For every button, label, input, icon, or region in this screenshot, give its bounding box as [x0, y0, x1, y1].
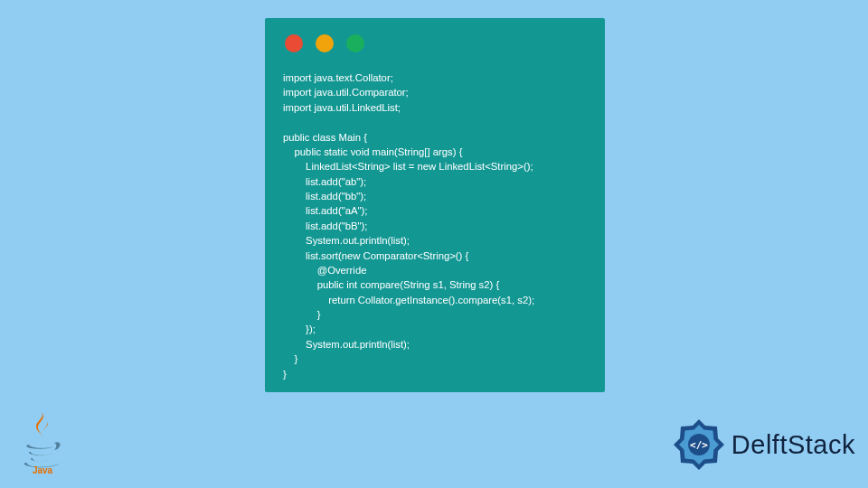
java-logo-text: Java	[33, 465, 53, 474]
java-logo: Java	[20, 410, 65, 477]
delftstack-logo: </> DelftStack	[672, 418, 855, 472]
code-window: import java.text.Collator; import java.u…	[265, 18, 605, 392]
window-controls	[265, 18, 605, 52]
minimize-icon	[316, 34, 334, 52]
svg-text:</>: </>	[690, 439, 708, 451]
maximize-icon	[346, 34, 364, 52]
delftstack-label: DelftStack	[731, 430, 855, 460]
delftstack-icon: </>	[672, 418, 726, 472]
close-icon	[285, 34, 303, 52]
code-block: import java.text.Collator; import java.u…	[265, 52, 605, 381]
